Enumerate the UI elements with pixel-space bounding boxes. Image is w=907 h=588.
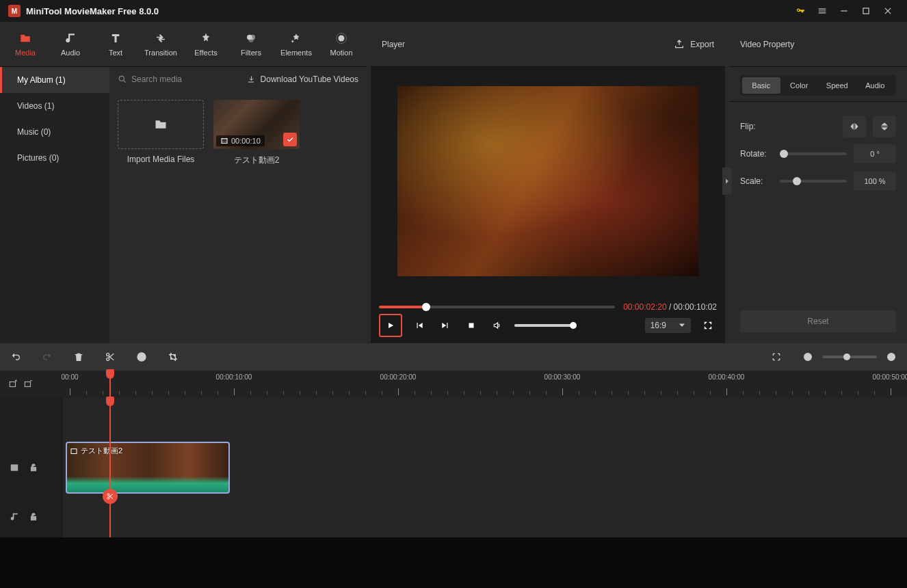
expand-handle[interactable]: [722, 168, 732, 195]
sidebar-item-pictures[interactable]: Pictures (0): [0, 145, 109, 171]
video-track[interactable]: テスト動画2: [0, 439, 907, 496]
crop-button[interactable]: [166, 349, 181, 364]
prop-tab-audio[interactable]: Audio: [856, 77, 895, 94]
library-panel: Media Audio Text Transition Effects Filt…: [0, 22, 367, 343]
undo-button[interactable]: [8, 349, 23, 364]
fullscreen-button[interactable]: [699, 317, 717, 334]
split-button[interactable]: [103, 349, 118, 364]
search-input[interactable]: Search media: [118, 75, 240, 84]
scale-value[interactable]: 100 %: [854, 172, 896, 191]
timeline: 00:0000:00:10:0000:00:20:0000:00:30:0000…: [0, 343, 907, 537]
menu-icon[interactable]: [811, 0, 833, 22]
sidebar-item-music[interactable]: Music (0): [0, 119, 109, 145]
tab-elements[interactable]: Elements: [274, 22, 319, 66]
sidebar-item-album[interactable]: My Album (1): [0, 67, 109, 93]
scale-slider[interactable]: [780, 180, 847, 183]
film-icon: [220, 137, 228, 145]
prop-tab-speed[interactable]: Speed: [818, 77, 856, 94]
svg-point-5: [339, 35, 345, 41]
minimize-button[interactable]: [833, 0, 855, 22]
import-media-button[interactable]: [118, 100, 204, 149]
tab-effects[interactable]: Effects: [183, 22, 228, 66]
export-button[interactable]: Export: [674, 39, 714, 50]
filters-icon: [244, 32, 258, 44]
next-frame-button[interactable]: [436, 317, 454, 334]
rotate-value[interactable]: 0 °: [854, 144, 896, 163]
close-button[interactable]: [877, 0, 899, 22]
prev-frame-button[interactable]: [410, 317, 428, 334]
svg-point-4: [248, 37, 254, 42]
sidebar-item-videos[interactable]: Videos (1): [0, 93, 109, 119]
tab-motion[interactable]: Motion: [319, 22, 364, 66]
export-icon: [674, 39, 685, 50]
properties-panel: Video Property Basic Color Speed Audio F…: [729, 22, 907, 343]
folder-icon: [18, 32, 32, 44]
stop-button[interactable]: [462, 317, 480, 334]
maximize-button[interactable]: [855, 0, 877, 22]
download-icon: [246, 75, 257, 83]
media-area: Search media Download YouTube Videos Imp…: [109, 67, 367, 343]
svg-rect-17: [71, 449, 77, 453]
rotate-slider[interactable]: [780, 152, 847, 155]
audio-track[interactable]: [0, 496, 907, 537]
remove-track-icon[interactable]: [23, 379, 33, 389]
zoom-in-button[interactable]: [884, 349, 899, 364]
import-label: Import Media Files: [127, 155, 195, 164]
timeline-toolbar: [0, 343, 907, 371]
add-track-icon[interactable]: [8, 379, 18, 389]
folder-icon: [153, 118, 169, 131]
titlebar: M MiniTool MovieMaker Free 8.0.0: [0, 0, 907, 22]
prop-tab-basic[interactable]: Basic: [742, 77, 780, 94]
app-logo: M: [8, 5, 21, 17]
flip-vertical-button[interactable]: [873, 116, 896, 137]
volume-button[interactable]: [488, 317, 506, 334]
prop-tab-color[interactable]: Color: [780, 77, 819, 94]
volume-slider[interactable]: [514, 324, 576, 327]
spacer-track: [0, 398, 907, 439]
tab-transition[interactable]: Transition: [138, 22, 183, 66]
tab-media[interactable]: Media: [3, 22, 48, 66]
timeline-ruler[interactable]: 00:0000:00:10:0000:00:20:0000:00:30:0000…: [0, 371, 907, 398]
tab-text[interactable]: Text: [93, 22, 138, 66]
unlock-icon[interactable]: [29, 512, 38, 522]
search-icon: [118, 75, 127, 84]
chevron-down-icon: [679, 323, 685, 328]
svg-rect-16: [31, 467, 36, 470]
svg-point-7: [119, 76, 124, 81]
sidebar: My Album (1) Videos (1) Music (0) Pictur…: [0, 67, 109, 343]
play-button[interactable]: [379, 314, 402, 337]
elements-icon: [289, 32, 303, 44]
motion-icon: [334, 32, 348, 44]
key-icon[interactable]: [789, 0, 811, 22]
current-time: 00:00:02:20: [623, 302, 666, 312]
delete-button[interactable]: [71, 349, 86, 364]
music-icon: [64, 32, 77, 44]
svg-rect-13: [10, 382, 15, 387]
zoom-out-button[interactable]: [800, 349, 815, 364]
film-icon: [10, 463, 19, 472]
svg-rect-14: [25, 382, 30, 387]
speed-button[interactable]: [134, 349, 149, 364]
reset-button[interactable]: Reset: [740, 310, 896, 332]
properties-title: Video Property: [740, 40, 896, 49]
zoom-slider[interactable]: [822, 356, 877, 358]
svg-rect-0: [841, 10, 847, 11]
redo-button[interactable]: [40, 349, 55, 364]
duration-badge: 00:00:10: [216, 135, 265, 146]
main-tabs: Media Audio Text Transition Effects Filt…: [0, 22, 367, 67]
aspect-select[interactable]: 16:9: [645, 318, 691, 333]
download-youtube-link[interactable]: Download YouTube Videos: [246, 75, 358, 84]
unlock-icon[interactable]: [29, 463, 38, 472]
svg-rect-15: [11, 465, 17, 470]
video-preview[interactable]: [397, 86, 698, 276]
flip-horizontal-button[interactable]: [843, 116, 866, 137]
video-clip[interactable]: テスト動画2: [66, 442, 230, 494]
tab-filters[interactable]: Filters: [228, 22, 274, 66]
svg-rect-18: [31, 516, 36, 520]
media-thumbnail[interactable]: 00:00:10: [213, 100, 300, 149]
film-icon: [70, 447, 78, 455]
seek-bar[interactable]: 00:00:02:20 / 00:00:10:02: [379, 301, 717, 313]
fit-button[interactable]: [769, 349, 784, 364]
tab-audio[interactable]: Audio: [48, 22, 93, 66]
rotate-label: Rotate:: [740, 149, 773, 159]
